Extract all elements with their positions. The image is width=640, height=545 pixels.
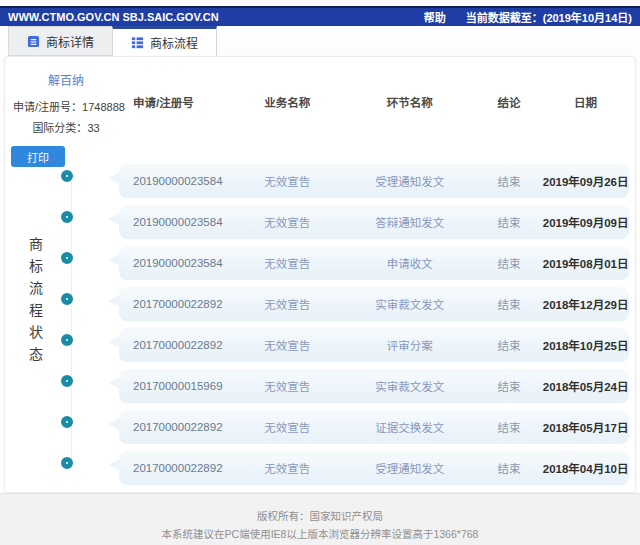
- registration-number-line: 申请/注册号：1748888: [13, 97, 119, 118]
- cell-registration-number: 20170000015969: [119, 380, 231, 392]
- timeline-node: [61, 170, 73, 182]
- cell-step-name: 实审裁文发文: [343, 296, 476, 312]
- table-row: 20170000015969 无效宣告 实审裁文发文 结束 2018年05月24…: [119, 369, 629, 403]
- cell-conclusion: 结束: [476, 460, 542, 476]
- timeline-node: [61, 375, 73, 387]
- cell-registration-number: 20190000023584: [119, 175, 231, 187]
- list-icon: [131, 36, 144, 49]
- browser-recommendation-text: 本系统建议在PC端使用IE8以上版本浏览器分辨率设置高于1366*768: [0, 525, 640, 543]
- timeline-node: [61, 211, 73, 223]
- table-row: 20190000023584 无效宣告 答辩通知发文 结束 2019年09月09…: [119, 205, 629, 239]
- cell-conclusion: 结束: [476, 255, 542, 271]
- tab-label: 商标详情: [46, 33, 94, 50]
- cell-date: 2018年05月17日: [542, 419, 629, 435]
- cell-date: 2019年09月09日: [542, 214, 629, 230]
- table-row: 20170000022892 无效宣告 受理通知发文 结束 2018年04月10…: [119, 451, 629, 485]
- timeline-node: [61, 416, 73, 428]
- cell-date: 2018年04月10日: [542, 460, 629, 476]
- cell-step-name: 证据交换发文: [343, 419, 476, 435]
- cell-registration-number: 20170000022892: [119, 462, 231, 474]
- cell-step-name: 受理通知发文: [343, 460, 476, 476]
- table-header: 申请/注册号 业务名称 环节名称 结论 日期: [119, 87, 629, 117]
- cell-conclusion: 结束: [476, 337, 542, 353]
- table-row: 20170000022892 无效宣告 实审裁文发文 结束 2018年12月29…: [119, 287, 629, 321]
- cell-date: 2019年08月01日: [542, 255, 629, 271]
- registration-number-label: 申请/注册号：: [13, 101, 82, 113]
- cell-date: 2019年09月26日: [542, 173, 629, 189]
- table-row: 20170000022892 无效宣告 证据交换发文 结束 2018年05月17…: [119, 410, 629, 444]
- cell-registration-number: 20170000022892: [119, 339, 231, 351]
- cell-business-name: 无效宣告: [231, 214, 343, 230]
- tab-label: 商标流程: [150, 34, 198, 51]
- print-button[interactable]: 打印: [11, 146, 65, 167]
- timeline-node: [61, 293, 73, 305]
- cell-business-name: 无效宣告: [231, 296, 343, 312]
- header-step-name: 环节名称: [343, 94, 476, 110]
- process-row-list: 20190000023584 无效宣告 受理通知发文 结束 2019年09月26…: [119, 164, 629, 492]
- cell-step-name: 答辩通知发文: [343, 214, 476, 230]
- cell-step-name: 实审裁文发文: [343, 378, 476, 394]
- timeline-node: [61, 457, 73, 469]
- data-cutoff-date: 当前数据截至：(2019年10月14日): [466, 9, 632, 25]
- cell-conclusion: 结束: [476, 378, 542, 394]
- cell-registration-number: 20190000023584: [119, 216, 231, 228]
- footer: 版权所有：国家知识产权局 本系统建议在PC端使用IE8以上版本浏览器分辨率设置高…: [0, 493, 640, 545]
- document-icon: [27, 35, 40, 48]
- copyright-text: 版权所有：国家知识产权局: [0, 507, 640, 525]
- timeline-node: [61, 252, 73, 264]
- cell-registration-number: 20190000023584: [119, 257, 231, 269]
- cell-business-name: 无效宣告: [231, 255, 343, 271]
- help-link[interactable]: 帮助: [424, 9, 446, 25]
- international-class-line: 国际分类：33: [13, 118, 119, 139]
- cell-business-name: 无效宣告: [231, 337, 343, 353]
- cell-step-name: 受理通知发文: [343, 173, 476, 189]
- cell-date: 2018年12月29日: [542, 296, 629, 312]
- cell-business-name: 无效宣告: [231, 460, 343, 476]
- cell-step-name: 评审分案: [343, 337, 476, 353]
- topbar: WWW.CTMO.GOV.CN SBJ.SAIC.GOV.CN 帮助 当前数据截…: [0, 6, 640, 26]
- table-row: 20190000023584 无效宣告 申请收文 结束 2019年08月01日: [119, 246, 629, 280]
- cell-business-name: 无效宣告: [231, 173, 343, 189]
- tab-bar: 商标详情 商标流程: [8, 26, 217, 56]
- cell-date: 2018年10月25日: [542, 337, 629, 353]
- header-date: 日期: [542, 94, 629, 110]
- trademark-info-panel: 解百纳 申请/注册号：1748888 国际分类：33: [13, 71, 119, 139]
- page: WWW.CTMO.GOV.CN SBJ.SAIC.GOV.CN 帮助 当前数据截…: [0, 0, 640, 545]
- table-row: 20170000022892 无效宣告 评审分案 结束 2018年10月25日: [119, 328, 629, 362]
- trademark-name: 解百纳: [13, 71, 119, 88]
- cell-conclusion: 结束: [476, 173, 542, 189]
- header-business-name: 业务名称: [231, 94, 343, 110]
- tab-trademark-details[interactable]: 商标详情: [8, 26, 112, 56]
- international-class-value: 33: [87, 122, 99, 134]
- table-row: 20190000023584 无效宣告 受理通知发文 结束 2019年09月26…: [119, 164, 629, 198]
- international-class-label: 国际分类：: [32, 122, 87, 134]
- cell-registration-number: 20170000022892: [119, 298, 231, 310]
- process-status-vertical-label: 商标流程状态: [25, 237, 45, 369]
- cell-date: 2018年05月24日: [542, 378, 629, 394]
- site-urls: WWW.CTMO.GOV.CN SBJ.SAIC.GOV.CN: [8, 11, 219, 23]
- cell-registration-number: 20170000022892: [119, 421, 231, 433]
- header-conclusion: 结论: [476, 94, 542, 110]
- topbar-right: 帮助 当前数据截至：(2019年10月14日): [424, 9, 632, 25]
- content-card: 解百纳 申请/注册号：1748888 国际分类：33 打印 商标流程状态 申请/…: [4, 56, 636, 493]
- cell-conclusion: 结束: [476, 214, 542, 230]
- cell-conclusion: 结束: [476, 419, 542, 435]
- cell-business-name: 无效宣告: [231, 378, 343, 394]
- cell-business-name: 无效宣告: [231, 419, 343, 435]
- cell-conclusion: 结束: [476, 296, 542, 312]
- timeline-node: [61, 334, 73, 346]
- cell-step-name: 申请收文: [343, 255, 476, 271]
- tab-trademark-process[interactable]: 商标流程: [112, 26, 217, 56]
- header-registration-number: 申请/注册号: [119, 94, 231, 110]
